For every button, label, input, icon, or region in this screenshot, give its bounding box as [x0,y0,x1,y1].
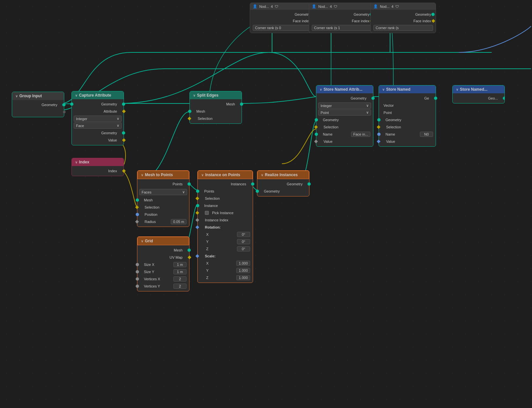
se-mesh-out-socket[interactable] [240,102,243,106]
grid-sizex-socket[interactable] [136,263,139,266]
corner-rank-field-3[interactable]: Corner rank (s [373,25,433,31]
iop-pick-label: Pick Instance [210,211,250,215]
capture-attribute-header[interactable]: ∨ Capture Attribute [72,91,124,99]
capture-attribute-node: ∨ Capture Attribute Geometry Attribute I… [71,91,124,145]
iop-rot-socket[interactable] [195,225,199,229]
split-edges-header[interactable]: ∨ Split Edges [190,91,242,99]
iop-sel-label: Selection [202,196,250,200]
group-input-node: ∨ Group Input Geometry [12,92,64,117]
sna1-point-dropdown[interactable]: Point ∨ [318,109,371,116]
top-node-2-header[interactable]: 👤 Nod... 4 🛡 [309,3,374,10]
iop-sel-socket[interactable] [195,196,199,200]
empty-socket[interactable] [63,111,66,113]
iop-roty-val[interactable]: 0° [237,239,250,244]
se-mesh-in-row: Mesh [190,108,242,115]
mtp-radius-value[interactable]: 0.05 m [171,219,187,224]
grid-sizey-val[interactable]: 1 m [173,269,187,274]
grid-vertx-val[interactable]: 2 [173,276,187,282]
grid-mesh-out-socket[interactable] [187,249,191,252]
iop-scalez-val[interactable]: 1.000 [236,275,250,280]
iop-instances-out-socket[interactable] [251,182,254,186]
sna2-geo-out-socket[interactable] [434,97,437,100]
store-named-attrib-1-header[interactable]: ∨ Store Named Attrib... [316,85,373,93]
realize-instances-header[interactable]: ∨ Realize Instances [257,171,309,179]
sna1-val-socket[interactable] [314,139,318,143]
pick-instance-checkbox[interactable] [205,211,209,215]
mtp-rad-socket[interactable] [135,220,139,223]
top-node-1-header[interactable]: 👤 Nod... 4 🛡 [250,3,315,10]
store-named-attrib-3-header[interactable]: ∨ Store Named... [453,85,504,93]
mesh-to-points-header[interactable]: ∨ Mesh to Points [137,171,189,179]
corner-rank-field[interactable]: Corner rank (s 0 [253,25,312,31]
ca-geo-out[interactable] [122,102,125,106]
iop-rotx-val[interactable]: 0° [237,232,250,237]
geometry-out-label: Geometry [15,103,59,107]
geo-socket-out-3[interactable] [431,13,435,16]
sna2-name-val[interactable]: N0 [420,132,433,137]
iop-scaley-val[interactable]: 1.000 [236,268,250,273]
sna1-geo-in-socket[interactable] [315,118,318,121]
corner-rank-field-2[interactable]: Corner rank (s 1 [312,25,371,31]
faces-dropdown[interactable]: Faces ∨ [139,189,187,195]
sna1-name-row: Name Face in... [316,131,373,138]
mtp-points-out-socket[interactable] [187,182,191,186]
iop-scaley-label: Y [204,269,236,272]
index-header[interactable]: ∨ Index [72,158,124,166]
iop-rotz-val[interactable]: 0° [237,246,250,251]
index-node: ∨ Index Index [71,158,124,176]
grid-uvmap-socket[interactable] [187,255,191,259]
sna2-val-socket[interactable] [377,139,380,143]
se-sel-socket[interactable] [187,117,191,120]
sna3-geo-out-socket[interactable] [503,97,505,100]
sna2-geo-in-socket[interactable] [377,118,381,121]
index-socket[interactable] [122,169,126,173]
sna1-name-socket[interactable] [315,133,318,136]
iop-scalex-val[interactable]: 1.000 [236,261,250,266]
iop-idx-socket[interactable] [195,218,199,222]
grid-vertx-label: Vertices X [142,277,172,281]
grid-sizex-val[interactable]: 1 m [173,262,187,267]
grid-header[interactable]: ∨ Grid [137,237,189,245]
ca-attr-socket[interactable] [122,109,126,113]
node-editor-canvas[interactable]: 👤 Nod... 4 🛡 Geometry Face index Corner … [0,0,532,408]
group-input-header[interactable]: ∨ Group Input [12,92,64,100]
iop-pick-socket[interactable] [195,211,199,214]
mtp-mesh-socket[interactable] [136,198,139,202]
ca-value-socket[interactable] [122,138,126,142]
iop-scale-socket[interactable] [195,254,199,258]
instance-on-points-header[interactable]: ∨ Instance on Points [198,171,253,179]
grid-verty-socket[interactable] [136,285,139,288]
sna2-name-socket[interactable] [377,133,381,136]
ca-attribute-row: Attribute [72,108,124,115]
iop-scale-x-row: X 1.000 [198,260,253,267]
grid-verty-val[interactable]: 2 [173,284,187,289]
top-node-3-header[interactable]: 👤 Nod... 4 🛡 [371,3,436,10]
grid-vertx-socket[interactable] [136,277,139,281]
ca-geo-in[interactable] [70,102,73,106]
ca-geo-out-label: Geometry [74,131,119,135]
sna1-name-val[interactable]: Face in... [351,132,370,137]
mesh-to-points-node: ∨ Mesh to Points Points Faces ∨ Mesh Sel… [137,170,189,227]
geometry-out-row: Geometry [12,101,64,108]
sna1-geo-in-row: Geometry [316,116,373,123]
store-named-attrib-2-node: ∨ Store Named Ge Vector Point Geometry S… [379,85,436,147]
geometry-out-socket[interactable] [62,103,66,106]
mtp-sel-socket[interactable] [135,205,139,209]
iop-points-socket[interactable] [196,190,199,193]
integer-dropdown[interactable]: Integer ∨ [74,116,122,122]
sna1-integer-dropdown[interactable]: Integer ∨ [318,102,371,109]
se-mesh-in-socket[interactable] [188,110,191,113]
top-node-3-faceindex-row: Face index [373,18,433,24]
face-dropdown[interactable]: Face ∨ [74,122,122,129]
ca-geo-out2[interactable] [122,131,125,135]
sna2-sel-socket[interactable] [377,125,380,129]
sna1-geo-out-socket[interactable] [371,97,375,100]
iop-roty-label: Y [204,240,237,244]
ri-geo-out-socket[interactable] [307,182,311,186]
mtp-pos-socket[interactable] [136,213,139,216]
ri-geo-in-socket[interactable] [256,190,259,193]
sna1-sel-socket[interactable] [314,125,318,129]
grid-sizey-socket[interactable] [136,270,139,273]
store-named-attrib-2-header[interactable]: ∨ Store Named [379,85,436,93]
iop-instance-socket[interactable] [196,204,199,207]
